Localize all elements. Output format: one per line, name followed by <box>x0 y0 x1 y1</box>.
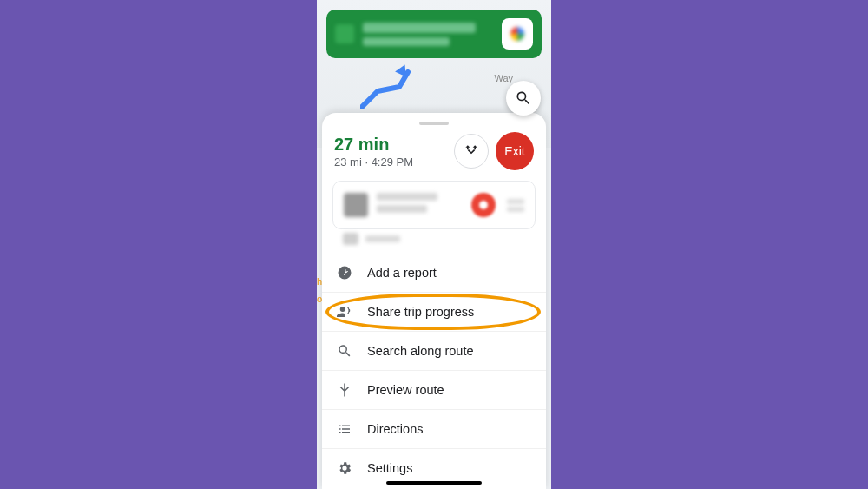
destination-thumbnail <box>344 193 368 217</box>
report-icon <box>336 265 353 281</box>
assistant-icon <box>510 27 524 41</box>
menu-item-share-trip[interactable]: Share trip progress <box>322 292 546 331</box>
destination-subline-redacted <box>343 233 536 245</box>
navigation-banner[interactable] <box>326 10 542 58</box>
trip-subline: 23 mi · 4:29 PM <box>334 155 447 169</box>
route-fork-icon <box>463 142 480 160</box>
menu-item-add-report[interactable]: Add a report <box>322 254 546 292</box>
menu-label: Search along route <box>367 344 474 358</box>
card-extra-redacted <box>507 196 524 215</box>
alternate-routes-button[interactable] <box>454 134 489 169</box>
map-search-button[interactable] <box>506 81 541 116</box>
trip-bottom-sheet: 27 min 23 mi · 4:29 PM Exit <box>322 113 546 489</box>
share-person-icon <box>336 304 353 320</box>
banner-text-redacted <box>363 23 502 46</box>
menu-label: Add a report <box>367 266 437 280</box>
trip-distance: 23 mi <box>334 155 362 169</box>
menu-item-preview-route[interactable]: Preview route <box>322 370 546 409</box>
trip-summary-row: 27 min 23 mi · 4:29 PM Exit <box>322 132 546 170</box>
phone-screen: Way 27 min 23 mi · 4:29 PM Exi <box>317 0 551 489</box>
menu-item-directions[interactable]: Directions <box>322 409 546 448</box>
eta-time: 27 min <box>334 135 447 154</box>
menu-label: Directions <box>367 422 423 436</box>
assistant-mic-button[interactable] <box>502 18 533 50</box>
menu-label: Share trip progress <box>367 305 474 319</box>
exit-navigation-button[interactable]: Exit <box>496 132 534 170</box>
list-icon <box>336 421 353 437</box>
exit-label: Exit <box>504 144 524 158</box>
gear-icon <box>336 460 353 476</box>
destination-text-redacted <box>377 193 460 217</box>
banner-app-icon <box>335 24 354 43</box>
menu-item-search-route[interactable]: Search along route <box>322 331 546 370</box>
trip-actions-menu: Add a report Share trip progress Search … <box>322 254 546 487</box>
fork-icon <box>336 382 353 398</box>
road-label: Way <box>494 73 513 83</box>
arrival-time: 4:29 PM <box>372 155 413 169</box>
destination-brand-icon <box>469 190 498 220</box>
search-icon <box>515 89 532 107</box>
sheet-drag-handle[interactable] <box>419 122 449 125</box>
home-indicator[interactable] <box>386 481 482 485</box>
search-icon <box>336 343 353 359</box>
destination-card[interactable] <box>332 181 536 229</box>
menu-label: Settings <box>367 461 412 475</box>
menu-label: Preview route <box>367 383 444 397</box>
